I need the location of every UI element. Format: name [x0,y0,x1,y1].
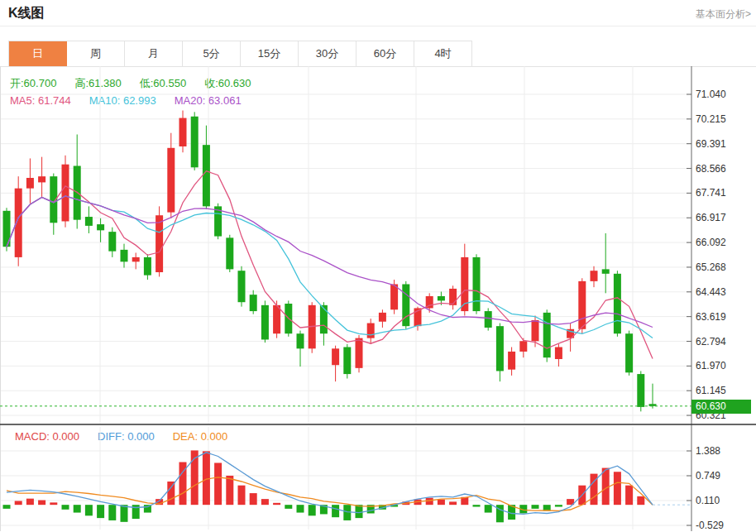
ma-layer [7,171,653,359]
axis-label: 61.145 [696,385,726,396]
kline-chart-canvas[interactable]: 71.04070.21569.39168.56667.74166.91766.0… [0,0,756,532]
axis-label: 71.040 [696,89,726,100]
ma5-line [7,171,653,359]
ma20-line [7,196,653,328]
grid-layer [0,66,691,531]
axis-label: 69.391 [696,138,726,150]
axis-label: -0.529 [696,520,724,531]
axis-label: 67.741 [696,187,726,199]
axis-label: 66.917 [696,212,726,223]
kline-page: K线图 基本面分析> 日周月5分15分30分60分4时 开:60.700高:61… [0,0,756,532]
macd-hist-layer [3,450,645,522]
axis-label: 63.619 [696,311,726,323]
axis-label: 0.110 [696,495,720,506]
axis-label: 64.443 [696,286,726,298]
axis-label: 62.794 [696,336,726,347]
current-price-badge: 60.630 [691,400,751,414]
axis-layer: 71.04070.21569.39168.56667.74166.91766.0… [687,66,726,531]
axis-label: 68.566 [696,163,726,175]
axis-label: 70.215 [696,113,726,125]
axis-label: 65.268 [696,261,726,273]
axis-label: 1.388 [696,445,720,457]
axis-label: 61.970 [696,360,726,371]
axis-label: 66.092 [696,237,726,248]
axis-label: 0.749 [696,470,720,482]
